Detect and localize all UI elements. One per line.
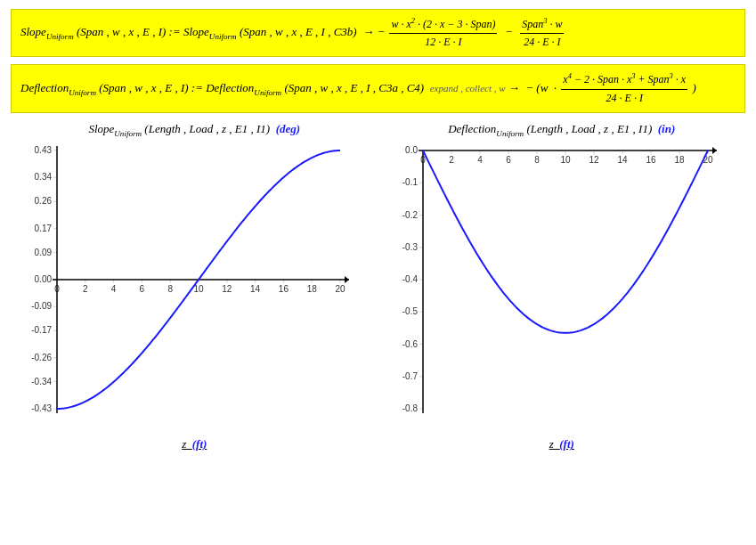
slope-x-unit: (ft) (192, 437, 207, 451)
deflection-chart-container: DeflectionUniform (Length , Load , z , E… (378, 122, 746, 452)
charts-area: SlopeUniform (Length , Load , z , E1 , I… (11, 122, 745, 452)
slope-formula-box: SlopeUniform (Span , w , x , E , I) := S… (11, 9, 745, 57)
slope-unit-label: (deg) (276, 122, 300, 135)
deflection-x-unit: (ft) (559, 437, 574, 451)
deflection-canvas (378, 142, 726, 435)
slope-chart-container: SlopeUniform (Length , Load , z , E1 , I… (11, 122, 378, 452)
slope-canvas (11, 142, 358, 435)
deflection-formula-text: DeflectionUniform (Span , w , x , E , I)… (20, 81, 696, 94)
slope-x-label: z (ft) (11, 437, 378, 451)
deflection-chart-title: DeflectionUniform (Length , Load , z , E… (378, 122, 746, 138)
main-container: SlopeUniform (Span , w , x , E , I) := S… (0, 0, 756, 545)
slope-formula-text: SlopeUniform (Span , w , x , E , I) := S… (20, 25, 565, 38)
deflection-formula-box: DeflectionUniform (Span , w , x , E , I)… (11, 64, 745, 112)
slope-chart-title: SlopeUniform (Length , Load , z , E1 , I… (11, 122, 378, 138)
slope-frac1: w · x2 · (2 · x − 3 · Span) 12 · E · I (389, 15, 497, 51)
deflection-unit-label: (in) (658, 122, 676, 135)
slope-frac2: Span3 · w 24 · E · I (520, 15, 564, 51)
deflection-x-label: z (ft) (378, 437, 746, 451)
deflection-frac: x4 − 2 · Span · x3 + Span3 · x 24 · E · … (561, 70, 687, 106)
